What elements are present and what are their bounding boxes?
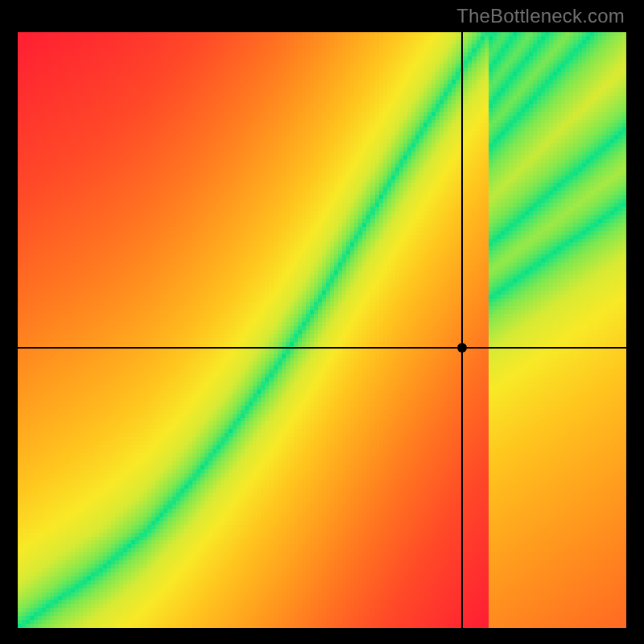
crosshair-horizontal <box>18 347 626 349</box>
crosshair-vertical <box>461 32 463 628</box>
attribution-label: TheBottleneck.com <box>456 5 625 27</box>
chart-frame: TheBottleneck.com <box>0 0 644 644</box>
bottleneck-heatmap <box>18 32 626 628</box>
selection-marker <box>457 343 467 353</box>
